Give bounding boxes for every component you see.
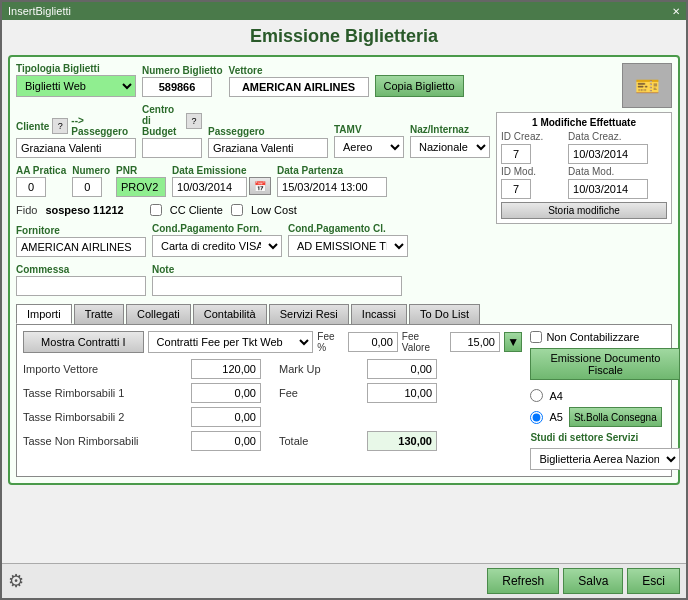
non-cont-cb[interactable] [530, 331, 542, 343]
low-cost-label: Low Cost [251, 204, 297, 216]
pnr-input[interactable] [116, 177, 166, 197]
studi-label: Studi di settore Servizi [530, 432, 680, 443]
num-pratica-input[interactable] [72, 177, 102, 197]
contratti-select[interactable]: Contratti Fee per Tkt Web [148, 331, 314, 353]
fee-perc-input[interactable] [348, 332, 398, 352]
calendar-btn[interactable]: 📅 [249, 177, 271, 195]
data-creaz-value[interactable] [568, 144, 648, 164]
tab-collegati[interactable]: Collegati [126, 304, 191, 324]
mods-count: 1 Modifiche Effettuate [501, 117, 667, 128]
row3: AA Pratica Numero PNR Data Emission [16, 165, 490, 197]
st-bolla-btn[interactable]: St.Bolla Consegna [569, 407, 662, 427]
tasse-rimb2-label: Tasse Rimborsabili 2 [23, 411, 183, 423]
fornitore-input[interactable] [16, 237, 146, 257]
tab-content-importi: Mostra Contratti I Contratti Fee per Tkt… [16, 324, 672, 477]
naz-label: Naz/Internaz [410, 124, 490, 135]
row1: Tipologia Biglietti Biglietti Web Numero… [16, 63, 490, 97]
tasse-non-rimb-input[interactable] [191, 431, 261, 451]
cond-forn-select[interactable]: Carta di credito VISA [152, 235, 282, 257]
id-creaz-value[interactable] [501, 144, 531, 164]
cond-cl-select[interactable]: AD EMISSIONE TKT [288, 235, 408, 257]
tab-todo[interactable]: To Do List [409, 304, 480, 324]
bottom-bar: ⚙ Refresh Salva Esci [2, 563, 686, 598]
tasse-rimb1-label: Tasse Rimborsabili 1 [23, 387, 183, 399]
arrow-down-btn[interactable]: ▼ [504, 332, 522, 352]
main-content: Emissione Biglietteria Tipologia Bigliet… [2, 20, 686, 563]
tasse-rimb1-input[interactable] [191, 383, 261, 403]
fee-valore-input[interactable] [450, 332, 500, 352]
help-cliente-btn[interactable]: ? [52, 118, 68, 134]
radio-a4[interactable] [530, 389, 543, 402]
tasse-non-rimb-label: Tasse Non Rimborsabili [23, 435, 183, 447]
vettore-input[interactable] [229, 77, 369, 97]
copia-btn[interactable]: Copia Biglietto [375, 75, 464, 97]
mostra-contratti-btn[interactable]: Mostra Contratti I [23, 331, 144, 353]
naz-group: Naz/Internaz Nazionale [410, 124, 490, 158]
fornitore-label: Fornitore [16, 225, 146, 236]
salva-btn[interactable]: Salva [563, 568, 623, 594]
commessa-input[interactable] [16, 276, 146, 296]
left-form: Tipologia Biglietti Biglietti Web Numero… [16, 63, 490, 300]
data-emissione-group: Data Emissione 📅 [172, 165, 271, 197]
top-section: Tipologia Biglietti Biglietti Web Numero… [16, 63, 672, 300]
tab-servizi[interactable]: Servizi Resi [269, 304, 349, 324]
markup-input[interactable] [367, 359, 437, 379]
tab-importi[interactable]: Importi [16, 304, 72, 324]
numero-label: Numero Biglietto [142, 65, 223, 76]
tab-tratte[interactable]: Tratte [74, 304, 124, 324]
tab-contabilita[interactable]: Contabilità [193, 304, 267, 324]
studi-select[interactable]: Biglietteria Aerea Nazione [530, 448, 680, 470]
radio-a5[interactable] [530, 411, 543, 424]
row5: Commessa Note [16, 264, 490, 296]
id-mod-value[interactable] [501, 179, 531, 199]
tab-inner: Mostra Contratti I Contratti Fee per Tkt… [23, 331, 665, 470]
tamv-label: TAMV [334, 124, 404, 135]
data-partenza-input[interactable] [277, 177, 387, 197]
cliente-input[interactable] [16, 138, 136, 158]
numero-input[interactable] [142, 77, 212, 97]
title-bar: InsertBiglietti ✕ [2, 2, 686, 20]
gear-icon[interactable]: ⚙ [8, 570, 24, 592]
mods-box: 1 Modifiche Effettuate ID Creaz. Data Cr… [496, 112, 672, 224]
row4: Fornitore Cond.Pagamento Forn. Carta di … [16, 223, 490, 257]
data-emissione-input[interactable] [172, 177, 247, 197]
storia-btn[interactable]: Storia modifiche [501, 202, 667, 219]
cc-cliente-cb[interactable] [150, 204, 162, 216]
emissione-btn[interactable]: Emissione Documento Fiscale [530, 348, 680, 380]
num-pratica-group: Numero [72, 165, 110, 197]
pnr-label: PNR [116, 165, 166, 176]
centro-label: Centro di Budget [142, 104, 183, 137]
note-input[interactable] [152, 276, 402, 296]
tipologia-select[interactable]: Biglietti Web [16, 75, 136, 97]
fee-input2[interactable] [367, 383, 437, 403]
refresh-btn[interactable]: Refresh [487, 568, 559, 594]
importo-vettore-label: Importo Vettore [23, 363, 183, 375]
esci-btn[interactable]: Esci [627, 568, 680, 594]
low-cost-cb[interactable] [231, 204, 243, 216]
icon-row: 🎫 [496, 63, 672, 108]
totale-input[interactable] [367, 431, 437, 451]
tasse-rimb2-input[interactable] [191, 407, 261, 427]
aa-label: AA Pratica [16, 165, 66, 176]
passeggero-label: Passeggero [208, 126, 328, 137]
data-partenza-group: Data Partenza [277, 165, 387, 197]
tab-left: Mostra Contratti I Contratti Fee per Tkt… [23, 331, 522, 470]
aa-input[interactable] [16, 177, 46, 197]
naz-select[interactable]: Nazionale [410, 136, 490, 158]
close-icon[interactable]: ✕ [672, 6, 680, 17]
tab-incassi[interactable]: Incassi [351, 304, 407, 324]
commessa-group: Commessa [16, 264, 146, 296]
passeggero-input[interactable] [208, 138, 328, 158]
right-panel: Non Contabilizzare Emissione Documento F… [530, 331, 680, 470]
help-centro-btn[interactable]: ? [186, 113, 202, 129]
contract-row: Mostra Contratti I Contratti Fee per Tkt… [23, 331, 522, 353]
tipologia-group: Tipologia Biglietti Biglietti Web [16, 63, 136, 97]
arrow-passeggero[interactable]: --> Passeggero [71, 115, 136, 137]
centro-group: Centro di Budget ? [142, 104, 202, 158]
importo-vettore-input[interactable] [191, 359, 261, 379]
main-window: InsertBiglietti ✕ Emissione Biglietteria… [0, 0, 688, 600]
data-creaz-label: Data Creaz. [568, 131, 667, 142]
tamv-select[interactable]: Aereo [334, 136, 404, 158]
data-mod-value[interactable] [568, 179, 648, 199]
centro-input[interactable] [142, 138, 202, 158]
